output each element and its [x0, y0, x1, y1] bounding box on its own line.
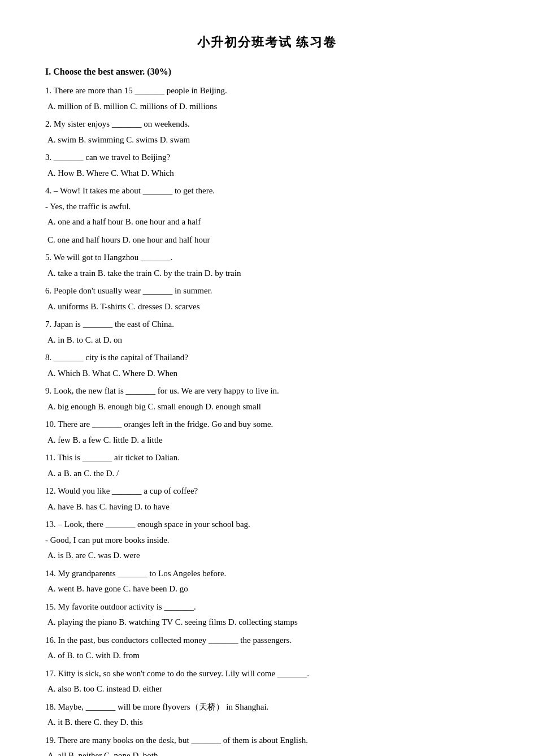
question-11: 11. This is _______ air ticket to Dalian…	[45, 451, 489, 481]
question-18-options: A. it B. there C. they D. this	[45, 715, 489, 730]
question-13-text: 13. – Look, there _______ enough space i…	[45, 517, 489, 532]
question-18-text: 18. Maybe, _______ will be more flyovers…	[45, 700, 489, 715]
question-10-text: 10. There are _______ oranges left in th…	[45, 417, 489, 432]
question-2-text: 2. My sister enjoys _______ on weekends.	[45, 117, 489, 132]
question-7: 7. Japan is _______ the east of China. A…	[45, 317, 489, 347]
question-9: 9. Look, the new flat is _______ for us.…	[45, 384, 489, 414]
question-8-options: A. Which B. What C. Where D. When	[45, 366, 489, 381]
question-16-options: A. of B. to C. with D. from	[45, 649, 489, 663]
question-10-options: A. few B. a few C. little D. a little	[45, 433, 489, 448]
question-16: 16. In the past, bus conductors collecte…	[45, 633, 489, 663]
question-1-text: 1. There are more than 15 _______ people…	[45, 84, 489, 98]
question-14: 14. My grandparents _______ to Los Angel…	[45, 567, 489, 597]
question-10: 10. There are _______ oranges left in th…	[45, 417, 489, 447]
question-17: 17. Kitty is sick, so she won't come to …	[45, 667, 489, 697]
question-6: 6. People don't usually wear _______ in …	[45, 284, 489, 314]
question-1-options: A. million of B. million C. millions of …	[45, 100, 489, 114]
page-title: 小升初分班考试 练习卷	[45, 34, 489, 51]
question-17-options: A. also B. too C. instead D. either	[45, 682, 489, 697]
question-13-options: A. is B. are C. was D. were	[45, 548, 489, 563]
question-13-subtext: - Good, I can put more books inside.	[45, 533, 489, 548]
question-7-text: 7. Japan is _______ the east of China.	[45, 317, 489, 332]
question-4: 4. – Wow! It takes me about _______ to g…	[45, 184, 489, 247]
question-4-options1: A. one and a half hour B. one hour and a…	[45, 215, 489, 230]
question-8: 8. _______ city is the capital of Thaila…	[45, 351, 489, 381]
question-6-options: A. uniforms B. T-shirts C. dresses D. sc…	[45, 300, 489, 314]
section1: I. Choose the best answer. (30%) 1. Ther…	[45, 67, 489, 756]
question-12-options: A. have B. has C. having D. to have	[45, 500, 489, 515]
question-13: 13. – Look, there _______ enough space i…	[45, 517, 489, 563]
question-12-text: 12. Would you like _______ a cup of coff…	[45, 484, 489, 499]
question-19-options: A. all B. neither C. none D. both	[45, 749, 489, 756]
question-3-options: A. How B. Where C. What D. Which	[45, 166, 489, 181]
question-15-text: 15. My favorite outdoor activity is ____…	[45, 600, 489, 615]
question-3-text: 3. _______ can we travel to Beijing?	[45, 150, 489, 165]
question-5: 5. We will got to Hangzhou _______. A. t…	[45, 250, 489, 280]
question-14-text: 14. My grandparents _______ to Los Angel…	[45, 567, 489, 581]
question-19-text: 19. There are many books on the desk, bu…	[45, 733, 489, 748]
question-8-text: 8. _______ city is the capital of Thaila…	[45, 351, 489, 365]
question-2: 2. My sister enjoys _______ on weekends.…	[45, 117, 489, 147]
question-9-text: 9. Look, the new flat is _______ for us.…	[45, 384, 489, 399]
question-14-options: A. went B. have gone C. have been D. go	[45, 582, 489, 597]
question-9-options: A. big enough B. enough big C. small eno…	[45, 400, 489, 414]
question-15: 15. My favorite outdoor activity is ____…	[45, 600, 489, 630]
question-3: 3. _______ can we travel to Beijing? A. …	[45, 150, 489, 180]
question-4-subtext: - Yes, the traffic is awful.	[45, 200, 489, 214]
question-18: 18. Maybe, _______ will be more flyovers…	[45, 700, 489, 730]
question-11-text: 11. This is _______ air ticket to Dalian…	[45, 451, 489, 465]
question-17-text: 17. Kitty is sick, so she won't come to …	[45, 667, 489, 681]
question-4-options2: C. one and half hours D. one hour and ha…	[45, 233, 489, 248]
question-6-text: 6. People don't usually wear _______ in …	[45, 284, 489, 299]
question-15-options: A. playing the piano B. watching TV C. s…	[45, 615, 489, 630]
question-11-options: A. a B. an C. the D. /	[45, 466, 489, 481]
question-4-text: 4. – Wow! It takes me about _______ to g…	[45, 184, 489, 198]
question-5-options: A. take a train B. take the train C. by …	[45, 266, 489, 281]
question-12: 12. Would you like _______ a cup of coff…	[45, 484, 489, 514]
section1-heading: I. Choose the best answer. (30%)	[45, 67, 489, 77]
question-7-options: A. in B. to C. at D. on	[45, 333, 489, 348]
question-19: 19. There are many books on the desk, bu…	[45, 733, 489, 757]
question-16-text: 16. In the past, bus conductors collecte…	[45, 633, 489, 648]
question-5-text: 5. We will got to Hangzhou _______.	[45, 250, 489, 265]
question-2-options: A. swim B. swimming C. swims D. swam	[45, 133, 489, 148]
question-1: 1. There are more than 15 _______ people…	[45, 84, 489, 114]
